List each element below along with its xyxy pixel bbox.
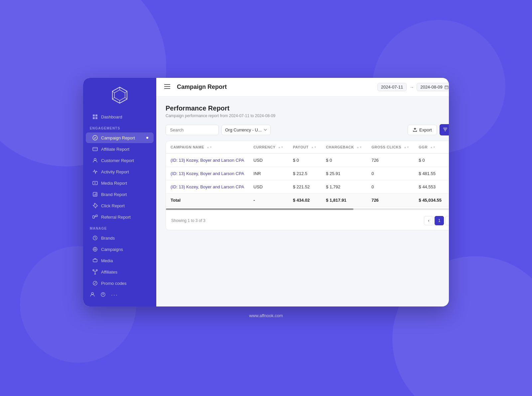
sidebar-campaigns-label: Campaigns	[101, 247, 123, 252]
svg-line-11	[120, 98, 125, 100]
sidebar-item-campaigns[interactable]: Campaigns	[86, 244, 154, 255]
svg-rect-29	[96, 215, 97, 217]
svg-rect-37	[93, 259, 97, 262]
cell-ggr: $ 481.55	[414, 167, 446, 180]
total-currency: -	[249, 194, 288, 207]
col-ggr[interactable]: GGR ▲▼	[414, 141, 446, 153]
sidebar-dashboard-label: Dashboard	[101, 114, 122, 119]
app-window: Dashboard ENGAGEMENTS Campaign Report Af…	[83, 78, 449, 306]
svg-rect-14	[93, 114, 95, 116]
page-1-button[interactable]: 1	[435, 216, 444, 225]
sidebar-item-customer-report[interactable]: Customer Report	[86, 155, 154, 166]
currency-label: Org Currency - U...	[225, 127, 262, 132]
svg-point-43	[95, 274, 96, 275]
activity-report-icon	[92, 169, 98, 174]
total-payout: $ 434.02	[288, 194, 321, 207]
campaign-link[interactable]: (ID: 13) Kozey, Boyer and Larson CPA	[171, 184, 244, 189]
col-gross-clicks[interactable]: GROSS CLICKS ▲▼	[367, 141, 414, 153]
cell-currency: INR	[249, 167, 288, 180]
col-chargeback[interactable]: CHARGEBACK ▲▼	[321, 141, 367, 153]
col-campaign-name[interactable]: CAMPAIGN NAME ▲▼	[166, 141, 249, 153]
upload-icon[interactable]	[100, 292, 106, 298]
sidebar-brand-report-label: Brand Report	[101, 192, 127, 197]
sidebar-item-affiliates[interactable]: Affiliates	[86, 267, 154, 277]
pagination-info: Showing 1 to 3 of 3	[171, 218, 424, 223]
cell-campaign: (ID: 13) Kozey, Boyer and Larson CPA	[166, 167, 249, 180]
promo-codes-icon	[92, 281, 98, 286]
table-row: (ID: 13) Kozey, Boyer and Larson CPA INR…	[166, 167, 449, 180]
next-page-button[interactable]: ›	[445, 216, 449, 225]
export-label: Export	[419, 127, 432, 132]
sidebar-campaign-report-label: Campaign Report	[101, 135, 135, 140]
col-ngr[interactable]: NGR ▲▼	[446, 141, 449, 153]
sidebar-item-referral-report[interactable]: Referral Report	[86, 212, 154, 222]
sidebar-media-report-label: Media Report	[101, 181, 127, 186]
sidebar-item-media-report[interactable]: Media Report	[86, 178, 154, 188]
sidebar-promo-codes-label: Promo codes	[101, 281, 127, 286]
campaign-link[interactable]: (ID: 13) Kozey, Boyer and Larson CPA	[171, 171, 244, 176]
hamburger-icon[interactable]	[164, 84, 170, 91]
date-to-value: 2024-08-09	[420, 85, 443, 90]
date-range: 2024-07-11 → 2024-08-09	[377, 83, 449, 91]
svg-rect-19	[93, 147, 97, 151]
cell-payout: $ 221.52	[288, 180, 321, 194]
sidebar-logo	[83, 78, 156, 111]
data-table: CAMPAIGN NAME ▲▼ CURRENCY ▲▼ PAYOUT ▲▼	[166, 141, 449, 230]
more-icon[interactable]: ···	[111, 292, 118, 298]
affiliate-report-icon	[92, 146, 98, 152]
scrollbar-cell	[166, 207, 449, 212]
customer-report-icon	[92, 158, 98, 163]
sidebar-item-dashboard[interactable]: Dashboard	[86, 111, 154, 122]
export-button[interactable]: Export	[408, 125, 437, 135]
campaign-report-icon	[92, 135, 98, 140]
sort-icon-campaign: ▲▼	[207, 146, 212, 149]
svg-line-10	[114, 98, 120, 100]
dashboard-icon	[92, 114, 98, 119]
date-to-input[interactable]: 2024-08-09	[417, 83, 449, 91]
col-payout[interactable]: PAYOUT ▲▼	[288, 141, 321, 153]
sidebar-item-brand-report[interactable]: Brand Report	[86, 189, 154, 200]
sidebar-media-label: Media	[101, 258, 113, 263]
sidebar-item-media[interactable]: Media	[86, 255, 154, 266]
currency-selector[interactable]: Org Currency - U...	[221, 125, 271, 135]
user-settings-icon[interactable]	[90, 292, 95, 298]
sidebar-item-click-report[interactable]: Click Report	[86, 200, 154, 211]
filter-button[interactable]	[440, 124, 449, 135]
search-input[interactable]	[166, 125, 219, 135]
chevron-down-icon	[264, 129, 267, 131]
col-currency[interactable]: CURRENCY ▲▼	[249, 141, 288, 153]
scrollbar-track	[166, 208, 449, 210]
cell-ngr: $ 0	[446, 153, 449, 167]
date-arrow: →	[409, 85, 414, 90]
sidebar-item-campaign-report[interactable]: Campaign Report	[86, 132, 154, 143]
sidebar-customer-report-label: Customer Report	[101, 158, 134, 163]
campaigns-icon	[92, 247, 98, 252]
sidebar-section-engagements: ENGAGEMENTS	[83, 122, 156, 132]
export-icon	[413, 127, 417, 132]
campaign-link[interactable]: (ID: 13) Kozey, Boyer and Larson CPA	[171, 158, 244, 163]
cell-payout: $ 212.5	[288, 167, 321, 180]
svg-point-41	[93, 270, 94, 271]
table-scrollbar-row	[166, 207, 449, 212]
click-report-icon	[92, 203, 98, 208]
sidebar-item-affiliate-report[interactable]: Affiliate Report	[86, 144, 154, 154]
prev-page-button[interactable]: ‹	[424, 216, 433, 225]
sort-icon-currency: ▲▼	[278, 146, 284, 149]
sidebar-item-brands[interactable]: Brands	[86, 233, 154, 243]
svg-line-8	[114, 90, 120, 93]
topbar: Campaign Report 2024-07-11 → 2024-08-09	[156, 78, 449, 97]
sidebar-bottom: ···	[83, 289, 156, 301]
svg-rect-51	[445, 86, 448, 89]
table-total-row: Total - $ 434.02 $ 1,817.91 726 $ 45,034…	[166, 194, 449, 207]
media-report-icon	[92, 180, 98, 186]
svg-point-46	[91, 293, 93, 295]
cell-gross-clicks: 0	[367, 167, 414, 180]
sidebar-item-activity-report[interactable]: Activity Report	[86, 166, 154, 177]
sidebar-item-promo-codes[interactable]: Promo codes	[86, 278, 154, 289]
cell-chargeback: $ 0	[321, 153, 367, 167]
scrollbar-thumb[interactable]	[166, 208, 353, 210]
main-content: Campaign Report 2024-07-11 → 2024-08-09	[156, 78, 449, 306]
total-gross-clicks: 726	[367, 194, 414, 207]
date-from-input[interactable]: 2024-07-11	[377, 83, 407, 91]
svg-rect-15	[95, 114, 97, 116]
